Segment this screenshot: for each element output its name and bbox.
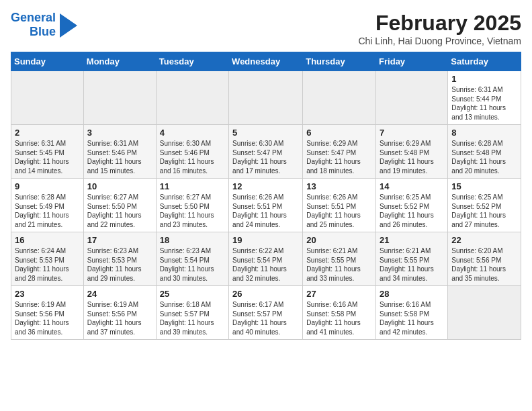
day-info: Sunrise: 6:24 AM Sunset: 5:53 PM Dayligh… [15,246,80,283]
day-info: Sunrise: 6:25 AM Sunset: 5:52 PM Dayligh… [380,193,444,229]
day-info: Sunrise: 6:19 AM Sunset: 5:56 PM Dayligh… [87,300,152,336]
calendar-cell: 20Sunrise: 6:21 AM Sunset: 5:55 PM Dayli… [303,232,376,286]
title-block: February 2025 Chi Linh, Hai Duong Provin… [358,11,521,46]
logo-arrow-icon [60,13,77,38]
calendar-cell [303,71,376,125]
day-number: 28 [380,289,444,299]
calendar-week-row: 2Sunrise: 6:31 AM Sunset: 5:45 PM Daylig… [11,125,521,179]
day-info: Sunrise: 6:27 AM Sunset: 5:50 PM Dayligh… [87,193,152,229]
day-number: 6 [306,128,372,138]
day-number: 9 [15,181,80,191]
calendar-cell: 3Sunrise: 6:31 AM Sunset: 5:46 PM Daylig… [83,125,156,179]
day-of-week-thursday: Thursday [303,52,376,71]
calendar-cell: 17Sunrise: 6:23 AM Sunset: 5:53 PM Dayli… [83,232,156,286]
day-number: 7 [380,128,444,138]
logo-general: General [11,11,56,24]
calendar-subtitle: Chi Linh, Hai Duong Province, Vietnam [358,36,521,46]
day-number: 27 [306,289,372,299]
calendar-cell: 25Sunrise: 6:18 AM Sunset: 5:57 PM Dayli… [156,286,228,340]
day-number: 3 [87,128,152,138]
calendar-cell: 24Sunrise: 6:19 AM Sunset: 5:56 PM Dayli… [83,286,156,340]
day-info: Sunrise: 6:22 AM Sunset: 5:54 PM Dayligh… [232,246,299,283]
calendar-cell: 10Sunrise: 6:27 AM Sunset: 5:50 PM Dayli… [83,179,156,232]
calendar-cell: 19Sunrise: 6:22 AM Sunset: 5:54 PM Dayli… [229,232,303,286]
calendar-cell: 8Sunrise: 6:28 AM Sunset: 5:48 PM Daylig… [448,125,521,179]
logo-blue: Blue [30,25,56,39]
calendar-cell: 2Sunrise: 6:31 AM Sunset: 5:45 PM Daylig… [11,125,84,179]
day-info: Sunrise: 6:31 AM Sunset: 5:45 PM Dayligh… [15,139,80,175]
day-info: Sunrise: 6:29 AM Sunset: 5:48 PM Dayligh… [380,139,444,175]
calendar-cell: 5Sunrise: 6:30 AM Sunset: 5:47 PM Daylig… [229,125,303,179]
day-number: 13 [306,181,372,191]
calendar-cell: 1Sunrise: 6:31 AM Sunset: 5:44 PM Daylig… [448,71,521,125]
day-info: Sunrise: 6:21 AM Sunset: 5:55 PM Dayligh… [380,246,444,283]
day-info: Sunrise: 6:30 AM Sunset: 5:46 PM Dayligh… [160,139,225,175]
day-of-week-sunday: Sunday [11,52,84,71]
day-of-week-tuesday: Tuesday [156,52,228,71]
calendar-week-row: 23Sunrise: 6:19 AM Sunset: 5:56 PM Dayli… [11,286,521,340]
day-number: 19 [232,235,299,245]
calendar-cell: 14Sunrise: 6:25 AM Sunset: 5:52 PM Dayli… [376,179,448,232]
day-info: Sunrise: 6:17 AM Sunset: 5:57 PM Dayligh… [232,300,299,336]
calendar-cell: 27Sunrise: 6:16 AM Sunset: 5:58 PM Dayli… [303,286,376,340]
day-of-week-friday: Friday [376,52,448,71]
day-info: Sunrise: 6:26 AM Sunset: 5:51 PM Dayligh… [306,193,372,229]
day-info: Sunrise: 6:25 AM Sunset: 5:52 PM Dayligh… [451,193,517,229]
day-number: 4 [160,128,225,138]
calendar-cell: 21Sunrise: 6:21 AM Sunset: 5:55 PM Dayli… [376,232,448,286]
day-number: 5 [232,128,299,138]
calendar-cell: 4Sunrise: 6:30 AM Sunset: 5:46 PM Daylig… [156,125,228,179]
day-info: Sunrise: 6:16 AM Sunset: 5:58 PM Dayligh… [306,300,372,336]
day-number: 21 [380,235,444,245]
logo-text: General [11,11,56,25]
calendar-title: February 2025 [358,11,521,36]
calendar-cell: 13Sunrise: 6:26 AM Sunset: 5:51 PM Dayli… [303,179,376,232]
calendar-header-row: SundayMondayTuesdayWednesdayThursdayFrid… [11,52,521,71]
calendar-week-row: 16Sunrise: 6:24 AM Sunset: 5:53 PM Dayli… [11,232,521,286]
day-number: 11 [160,181,225,191]
day-info: Sunrise: 6:27 AM Sunset: 5:50 PM Dayligh… [160,193,225,229]
day-info: Sunrise: 6:26 AM Sunset: 5:51 PM Dayligh… [232,193,299,229]
day-number: 8 [451,128,517,138]
day-number: 26 [232,289,299,299]
calendar-cell: 28Sunrise: 6:16 AM Sunset: 5:58 PM Dayli… [376,286,448,340]
day-info: Sunrise: 6:28 AM Sunset: 5:49 PM Dayligh… [15,193,80,229]
day-of-week-wednesday: Wednesday [229,52,303,71]
calendar-table: SundayMondayTuesdayWednesdayThursdayFrid… [11,52,521,340]
calendar-cell [448,286,521,340]
day-info: Sunrise: 6:19 AM Sunset: 5:56 PM Dayligh… [15,300,80,336]
day-of-week-saturday: Saturday [448,52,521,71]
day-info: Sunrise: 6:23 AM Sunset: 5:53 PM Dayligh… [87,246,152,283]
day-number: 18 [160,235,225,245]
logo: General Blue [11,11,77,38]
day-number: 22 [451,235,517,245]
day-number: 25 [160,289,225,299]
day-number: 2 [15,128,80,138]
calendar-cell: 12Sunrise: 6:26 AM Sunset: 5:51 PM Dayli… [229,179,303,232]
day-info: Sunrise: 6:21 AM Sunset: 5:55 PM Dayligh… [306,246,372,283]
calendar-week-row: 9Sunrise: 6:28 AM Sunset: 5:49 PM Daylig… [11,179,521,232]
day-number: 23 [15,289,80,299]
page-header: General Blue February 2025 Chi Linh, Hai… [11,11,521,46]
day-info: Sunrise: 6:23 AM Sunset: 5:54 PM Dayligh… [160,246,225,283]
day-info: Sunrise: 6:18 AM Sunset: 5:57 PM Dayligh… [160,300,225,336]
day-number: 1 [451,74,517,84]
day-number: 10 [87,181,152,191]
calendar-cell: 15Sunrise: 6:25 AM Sunset: 5:52 PM Dayli… [448,179,521,232]
day-info: Sunrise: 6:16 AM Sunset: 5:58 PM Dayligh… [380,300,444,336]
calendar-cell: 23Sunrise: 6:19 AM Sunset: 5:56 PM Dayli… [11,286,84,340]
calendar-cell [83,71,156,125]
calendar-cell [376,71,448,125]
calendar-cell: 11Sunrise: 6:27 AM Sunset: 5:50 PM Dayli… [156,179,228,232]
calendar-cell: 9Sunrise: 6:28 AM Sunset: 5:49 PM Daylig… [11,179,84,232]
day-number: 24 [87,289,152,299]
calendar-cell: 18Sunrise: 6:23 AM Sunset: 5:54 PM Dayli… [156,232,228,286]
day-number: 12 [232,181,299,191]
day-number: 14 [380,181,444,191]
day-info: Sunrise: 6:29 AM Sunset: 5:47 PM Dayligh… [306,139,372,175]
day-info: Sunrise: 6:31 AM Sunset: 5:44 PM Dayligh… [451,85,517,122]
calendar-cell: 16Sunrise: 6:24 AM Sunset: 5:53 PM Dayli… [11,232,84,286]
calendar-cell: 22Sunrise: 6:20 AM Sunset: 5:56 PM Dayli… [448,232,521,286]
calendar-cell: 26Sunrise: 6:17 AM Sunset: 5:57 PM Dayli… [229,286,303,340]
day-info: Sunrise: 6:28 AM Sunset: 5:48 PM Dayligh… [451,139,517,175]
